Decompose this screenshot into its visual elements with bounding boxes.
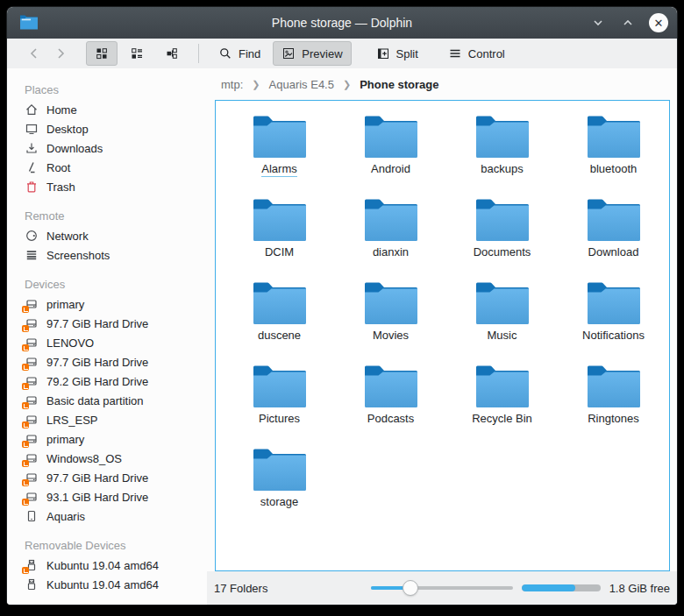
sidebar-item-label: Kubuntu 19.04 amd64 <box>46 578 159 591</box>
folder-item-recycle-bin[interactable]: Recycle Bin <box>446 361 558 444</box>
sidebar-item-primary[interactable]: primary <box>25 294 207 314</box>
control-label: Control <box>468 47 505 60</box>
sidebar-section-header: Removable Devices <box>25 536 207 556</box>
desktop-icon <box>25 122 39 136</box>
split-button[interactable]: Split <box>367 41 427 66</box>
places-panel: PlacesHomeDesktopDownloadsRootTrashRemot… <box>7 68 207 605</box>
icons-view-button[interactable] <box>86 41 118 66</box>
capacity-bar <box>522 584 601 591</box>
back-button[interactable] <box>23 42 46 65</box>
folder-item-podcasts[interactable]: Podcasts <box>335 361 446 444</box>
maximize-button[interactable] <box>619 14 637 32</box>
sidebar-item-primary[interactable]: primary <box>25 429 207 449</box>
sidebar-section-devices: Devicesprimary97.7 GiB Hard DriveLENOVO9… <box>25 275 207 526</box>
sidebar-item-label: Desktop <box>46 123 89 136</box>
content-area: PlacesHomeDesktopDownloadsRootTrashRemot… <box>7 68 677 605</box>
unmounted-emblem-icon <box>22 364 29 371</box>
folder-item-movies[interactable]: Movies <box>335 278 446 361</box>
sidebar-item-label: Screenshots <box>46 249 110 262</box>
folder-item-pictures[interactable]: Pictures <box>224 361 335 444</box>
downloads-icon <box>25 141 39 155</box>
sidebar-item-kubuntu-19-04-amd64[interactable]: Kubuntu 19.04 amd64 <box>25 556 207 575</box>
root-icon <box>25 160 39 174</box>
sidebar-item-home[interactable]: Home <box>25 100 207 119</box>
folder-icon <box>252 195 308 243</box>
folder-item-duscene[interactable]: duscene <box>224 278 335 361</box>
folder-item-music[interactable]: Music <box>446 278 558 361</box>
forward-button[interactable] <box>49 42 72 65</box>
window-title: Phone storage — Dolphin <box>7 16 677 30</box>
sidebar-item-lenovo[interactable]: LENOVO <box>25 333 207 352</box>
folder-label: duscene <box>258 329 301 343</box>
breadcrumb-segment[interactable]: Phone storage <box>360 78 438 91</box>
unmounted-emblem-icon <box>22 402 29 409</box>
zoom-slider-handle[interactable] <box>403 580 418 596</box>
screenshots-icon <box>25 248 39 262</box>
dolphin-window: Phone storage — Dolphin ✕ <box>7 7 677 605</box>
folder-item-dianxin[interactable]: dianxin <box>335 195 446 278</box>
minimize-button[interactable] <box>589 14 607 32</box>
sidebar-item-label: 97.7 GiB Hard Drive <box>46 471 148 485</box>
sidebar-item-kubuntu-19-04-amd64[interactable]: Kubuntu 19.04 amd64 <box>25 575 207 594</box>
unmounted-emblem-icon <box>22 460 29 467</box>
sidebar-item-label: Trash <box>46 181 75 194</box>
breadcrumb-segment[interactable]: mtp: <box>221 78 243 91</box>
tree-view-button[interactable] <box>156 41 188 66</box>
sidebar-item-root[interactable]: Root <box>25 158 207 177</box>
folder-item-ringtones[interactable]: Ringtones <box>558 361 669 444</box>
details-view-button[interactable] <box>121 41 153 66</box>
trash-icon <box>25 180 39 194</box>
sidebar-item-97-7-gib-hard-drive[interactable]: 97.7 GiB Hard Drive <box>25 314 207 333</box>
close-button[interactable]: ✕ <box>649 13 668 32</box>
folder-item-storage[interactable]: storage <box>224 444 335 527</box>
sidebar-item-trash[interactable]: Trash <box>25 177 207 196</box>
folder-item-documents[interactable]: Documents <box>446 195 558 278</box>
unmounted-emblem-icon <box>22 421 29 428</box>
folder-view[interactable]: Alarms Android backups bluetooth DCIM di… <box>215 100 670 571</box>
hard-drive-icon <box>25 297 39 311</box>
folder-item-alarms[interactable]: Alarms <box>224 111 335 195</box>
folder-label: DCIM <box>265 245 294 259</box>
icons-view-icon <box>95 46 109 60</box>
sidebar-item-screenshots[interactable]: Screenshots <box>25 245 207 265</box>
folder-item-notifications[interactable]: Notifications <box>558 278 669 361</box>
folder-icon <box>474 111 531 159</box>
sidebar-item-97-7-gib-hard-drive[interactable]: 97.7 GiB Hard Drive <box>25 468 207 487</box>
find-button[interactable]: Find <box>210 41 269 66</box>
folder-item-android[interactable]: Android <box>335 111 446 195</box>
folder-item-bluetooth[interactable]: bluetooth <box>558 111 669 195</box>
folder-icon <box>363 361 419 409</box>
free-space-label: 1.8 GiB free <box>609 582 670 595</box>
sidebar-section-places: PlacesHomeDesktopDownloadsRootTrash <box>25 81 207 196</box>
sidebar-item-desktop[interactable]: Desktop <box>25 119 207 138</box>
hamburger-menu-icon <box>448 46 462 60</box>
breadcrumb-segment[interactable]: Aquaris E4.5 <box>269 78 334 91</box>
unmounted-emblem-icon <box>22 479 29 486</box>
unmounted-emblem-icon <box>22 441 29 448</box>
control-button[interactable]: Control <box>439 41 514 66</box>
hard-drive-icon <box>25 451 39 465</box>
folder-item-download[interactable]: Download <box>558 195 669 278</box>
hard-drive-icon <box>25 413 39 427</box>
sidebar-item-79-2-gib-hard-drive[interactable]: 79.2 GiB Hard Drive <box>25 372 207 391</box>
folder-item-backups[interactable]: backups <box>446 111 558 195</box>
sidebar-item-93-1-gib-hard-drive[interactable]: 93.1 GiB Hard Drive <box>25 487 207 506</box>
forward-chevron-icon <box>53 46 68 60</box>
sidebar-item-windows8-os[interactable]: Windows8_OS <box>25 449 207 468</box>
zoom-slider[interactable] <box>371 580 513 596</box>
sidebar-item-basic-data-partition[interactable]: Basic data partition <box>25 391 207 410</box>
chevron-down-icon <box>592 17 604 29</box>
preview-button[interactable]: Preview <box>273 41 351 66</box>
folder-grid: Alarms Android backups bluetooth DCIM di… <box>216 101 669 527</box>
sidebar-item-lrs-esp[interactable]: LRS_ESP <box>25 410 207 429</box>
folder-item-dcim[interactable]: DCIM <box>224 195 335 278</box>
sidebar-item-97-7-gib-hard-drive[interactable]: 97.7 GiB Hard Drive <box>25 352 207 372</box>
folder-icon <box>363 111 419 159</box>
sidebar-item-aquaris[interactable]: Aquaris <box>25 506 207 526</box>
search-icon <box>218 46 232 60</box>
folder-icon <box>252 111 308 159</box>
folder-icon <box>586 111 642 159</box>
sidebar-item-downloads[interactable]: Downloads <box>25 138 207 158</box>
sidebar-section-header: Devices <box>25 275 207 294</box>
sidebar-item-network[interactable]: Network <box>25 226 207 245</box>
